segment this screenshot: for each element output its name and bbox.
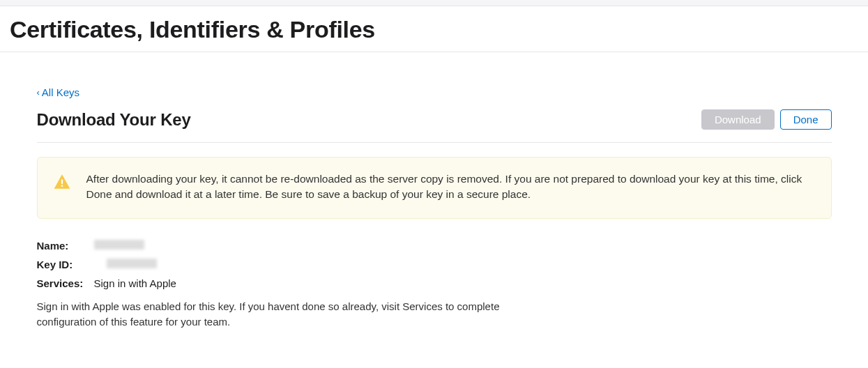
page-title: Certificates, Identifiers & Profiles — [10, 16, 858, 43]
warning-icon — [53, 173, 71, 194]
download-button[interactable]: Download — [701, 109, 775, 130]
page-header: Certificates, Identifiers & Profiles — [0, 6, 868, 52]
detail-services-label: Services: — [37, 277, 94, 289]
detail-keyid-row: Key ID: — [37, 259, 832, 270]
detail-note: Sign in with Apple was enabled for this … — [37, 299, 525, 330]
top-gray-bar — [0, 0, 868, 6]
warning-alert: After downloading your key, it cannot be… — [37, 157, 832, 219]
page-subtitle: Download Your Key — [37, 110, 191, 130]
done-button[interactable]: Done — [780, 109, 832, 130]
detail-name-row: Name: — [37, 240, 832, 252]
svg-rect-0 — [61, 179, 62, 184]
title-row: Download Your Key Download Done — [37, 105, 832, 143]
back-row: ‹ All Keys — [37, 52, 832, 105]
key-details: Name: Key ID: Services: Sign in with App… — [37, 240, 832, 330]
detail-keyid-value — [94, 259, 157, 270]
svg-point-1 — [61, 185, 63, 187]
warning-text: After downloading your key, it cannot be… — [86, 171, 816, 203]
back-link-label: All Keys — [42, 86, 79, 98]
detail-name-label: Name: — [37, 240, 94, 252]
chevron-left-icon: ‹ — [37, 88, 40, 97]
action-buttons: Download Done — [701, 109, 832, 130]
detail-keyid-label: Key ID: — [37, 259, 94, 270]
detail-services-row: Services: Sign in with Apple — [37, 277, 832, 289]
back-all-keys-link[interactable]: ‹ All Keys — [37, 86, 80, 98]
main-content: ‹ All Keys Download Your Key Download Do… — [37, 52, 832, 357]
detail-services-value: Sign in with Apple — [94, 277, 176, 289]
detail-name-value — [94, 240, 144, 252]
